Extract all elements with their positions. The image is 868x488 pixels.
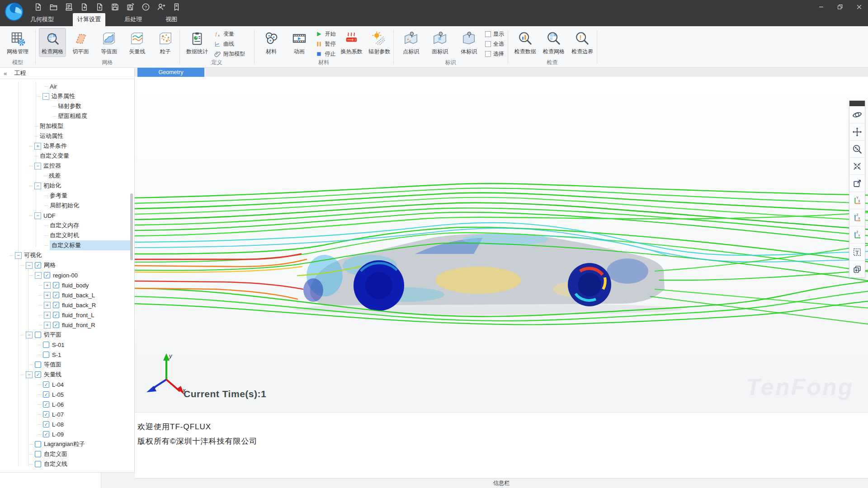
ribbon-button-辐射参数[interactable]: 辐射参数 [366, 28, 393, 57]
tree-item-自定义时机[interactable]: 自定义时机 [0, 230, 134, 240]
tree-item-矢量线[interactable]: −✓矢量线 [0, 370, 134, 380]
ribbon-button-数据统计[interactable]: 数据统计 [183, 28, 211, 57]
help-button[interactable]: ? [141, 2, 150, 11]
ribbon-button-等值面[interactable]: 等值面 [95, 28, 123, 57]
menu-tab-后处理[interactable]: 后处理 [120, 13, 146, 26]
tree-scrollbar[interactable] [130, 193, 133, 260]
tab-geometry[interactable]: Geometry [137, 68, 204, 77]
menu-tab-几何模型[interactable]: 几何模型 [26, 13, 58, 26]
expand-icon[interactable]: + [44, 292, 51, 299]
tree-item-边界条件[interactable]: +边界条件 [0, 141, 134, 151]
view-toolbar-handle[interactable] [849, 101, 865, 106]
tree-item-fluid_front_R[interactable]: +✓fluid_front_R [0, 320, 134, 330]
ribbon-button-检查边界[interactable]: !检查边界 [569, 28, 596, 57]
visibility-checkbox[interactable]: ✓ [53, 282, 59, 288]
visibility-checkbox[interactable] [35, 461, 41, 467]
visibility-checkbox[interactable]: ✓ [43, 391, 49, 398]
collapse-icon[interactable]: − [26, 262, 33, 269]
tree-item-边界属性[interactable]: −边界属性 [0, 91, 134, 101]
collapse-icon[interactable]: − [15, 252, 22, 259]
collapse-icon[interactable]: − [42, 93, 49, 100]
tree-item-Lagrangian粒子[interactable]: Lagrangian粒子 [0, 439, 134, 449]
tree-item-参考量[interactable]: 参考量 [0, 191, 134, 201]
collapse-icon[interactable]: − [35, 272, 42, 279]
ribbon-button-停止[interactable]: 停止 [315, 49, 336, 59]
visibility-checkbox[interactable]: ✓ [43, 401, 49, 408]
add-user-button[interactable] [156, 2, 165, 11]
visibility-checkbox[interactable]: ✓ [43, 411, 49, 418]
ribbon-button-点标识[interactable]: 点标识 [397, 28, 425, 57]
expand-icon[interactable]: + [34, 143, 41, 150]
tree-item-等值面[interactable]: 等值面 [0, 360, 134, 370]
tree-item-壁面粗糙度[interactable]: 壁面粗糙度 [0, 111, 134, 121]
ribbon-button-面标识[interactable]: 面标识 [426, 28, 454, 57]
tree-item-fluid_front_L[interactable]: +✓fluid_front_L [0, 310, 134, 320]
ribbon-button-检查数据[interactable]: 检查数据 [511, 28, 539, 57]
ribbon-button-粒子[interactable]: 粒子 [152, 28, 179, 57]
ribbon-button-变量[interactable]: fx变量 [213, 29, 245, 39]
3d-canvas[interactable]: y z x Current Time(s):1 TenFong YXZXZYT [135, 77, 868, 412]
tree-item-监控器[interactable]: −监控器 [0, 161, 134, 171]
menu-tab-视图[interactable]: 视图 [161, 13, 182, 26]
center-tool-button[interactable] [849, 158, 865, 175]
ribbon-button-检查网格[interactable]: 检查网格 [39, 28, 66, 57]
run-file-button[interactable] [95, 2, 104, 11]
checkbox-icon[interactable] [485, 51, 491, 57]
tree-item-自定义变量[interactable]: 自定义变量 [0, 151, 134, 161]
visibility-checkbox[interactable]: ✓ [43, 421, 49, 427]
visibility-checkbox[interactable] [35, 451, 41, 457]
view-zy-tool-button[interactable]: ZY [849, 226, 865, 244]
label-tool-button[interactable]: T [849, 244, 865, 261]
ribbon-checkbox-显示[interactable]: 显示 [485, 29, 504, 39]
ribbon-button-换热系数[interactable]: 换热系数 [338, 28, 365, 57]
pan-tool-button[interactable] [849, 123, 865, 141]
ribbon-button-附加模型[interactable]: 附加模型 [213, 49, 245, 59]
tree-item-fluid_back_L[interactable]: +✓fluid_back_L [0, 290, 134, 300]
tree-item-初始化[interactable]: −初始化 [0, 181, 134, 191]
tree-item-自定义内存[interactable]: 自定义内存 [0, 221, 134, 230]
expand-icon[interactable]: + [44, 302, 51, 309]
close-button[interactable] [855, 3, 863, 10]
ribbon-button-体标识[interactable]: 体标识 [455, 28, 483, 57]
visibility-checkbox[interactable]: ✓ [53, 302, 59, 308]
visibility-checkbox[interactable] [43, 352, 49, 358]
collapse-icon[interactable]: − [34, 183, 41, 189]
ribbon-button-动画[interactable]: 动画 [286, 28, 313, 57]
tree-item-网格[interactable]: −✓网格 [0, 260, 134, 270]
ribbon-checkbox-选择[interactable]: 选择 [485, 49, 504, 59]
tree-item-自定义标量[interactable]: 自定义标量 [0, 240, 134, 250]
tree-item-L-08[interactable]: ✓L-08 [0, 419, 134, 429]
ribbon-button-网格管理[interactable]: 网格管理 [4, 28, 32, 57]
tree-item-切平面[interactable]: −切平面 [0, 330, 134, 340]
tree-item-L-07[interactable]: ✓L-07 [0, 409, 134, 419]
ribbon-button-材料[interactable]: 材料 [258, 28, 285, 57]
restore-button[interactable] [836, 3, 844, 10]
expand-icon[interactable]: + [44, 312, 51, 319]
tree-item-L-06[interactable]: ✓L-06 [0, 399, 134, 409]
tree-item-L-04[interactable]: ✓L-04 [0, 380, 134, 389]
visibility-checkbox[interactable]: ✓ [43, 381, 49, 388]
view-xy-tool-button[interactable]: YX [849, 192, 865, 209]
tree-item-UDF[interactable]: −UDF [0, 211, 134, 221]
collapse-icon[interactable]: − [34, 163, 41, 169]
ribbon-button-检查网格[interactable]: 检查网格 [540, 28, 567, 57]
tree-item-region-00[interactable]: −✓region-00 [0, 270, 134, 280]
tree-item-S-01[interactable]: S-01 [0, 340, 134, 350]
tree-item-可视化[interactable]: −可视化 [0, 250, 134, 260]
ribbon-button-矢量线[interactable]: 矢量线 [123, 28, 151, 57]
open-folder-button[interactable] [49, 2, 58, 11]
menu-tab-计算设置[interactable]: 计算设置 [73, 13, 105, 26]
view-xz-tool-button[interactable]: ZX [849, 209, 865, 226]
fit-view-tool-button[interactable] [849, 175, 865, 192]
visibility-checkbox[interactable]: ✓ [53, 292, 59, 298]
visibility-checkbox[interactable] [35, 441, 41, 447]
visibility-checkbox[interactable]: ✓ [35, 262, 41, 268]
checkbox-icon[interactable] [485, 31, 491, 37]
visibility-checkbox[interactable]: ✓ [44, 272, 50, 278]
ribbon-checkbox-全选[interactable]: 全选 [485, 39, 504, 49]
visibility-checkbox[interactable]: ✓ [53, 312, 59, 318]
tree-item-L-05[interactable]: ✓L-05 [0, 389, 134, 399]
collapse-icon[interactable]: − [26, 371, 33, 378]
save-as-button[interactable] [126, 2, 135, 11]
zoom-area-tool-button[interactable] [849, 141, 865, 158]
